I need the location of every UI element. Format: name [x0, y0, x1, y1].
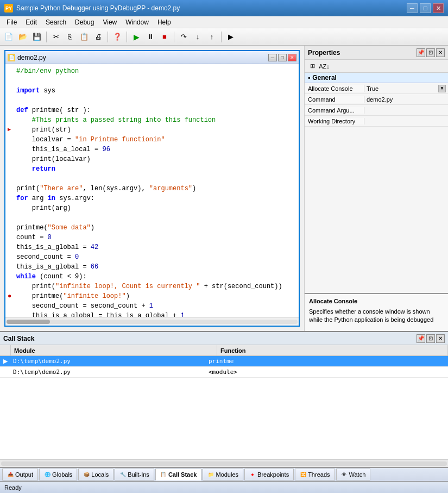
- close-button[interactable]: ✕: [433, 3, 444, 13]
- properties-float[interactable]: ⊡: [426, 48, 435, 57]
- toolbar-sep2: [108, 32, 108, 42]
- callstack-row2-module: D:\temp\demo2.py: [11, 369, 206, 376]
- callstack-scroll-track: [1, 461, 447, 466]
- toolbar-save[interactable]: 💾: [30, 30, 43, 43]
- tab-builtins[interactable]: 🔧 Built-Ins: [115, 469, 154, 480]
- props-dropdown-allocate-console[interactable]: ▼: [438, 85, 446, 92]
- tab-callstack[interactable]: 📋 Call Stack: [155, 469, 202, 480]
- code-window-controls: ─ □ ✕: [268, 54, 296, 61]
- menu-search[interactable]: Search: [41, 17, 71, 27]
- props-val-allocate-console[interactable]: True ▼: [364, 85, 448, 92]
- code-line-20: second_count = 0: [5, 252, 299, 262]
- code-window-titlebar: 📄 demo2.py ─ □ ✕: [5, 51, 299, 64]
- tab-watch[interactable]: 👁 Watch: [336, 469, 371, 480]
- props-sort-alpha[interactable]: AZ↓: [319, 61, 330, 71]
- properties-panel: Properties 📌 ⊡ ✕ ⊞ AZ↓ ▪ General Allocat…: [304, 46, 448, 331]
- code-line-3: import sys: [5, 86, 299, 96]
- code-window-title-area: 📄 demo2.py: [8, 54, 268, 61]
- code-line-10: print(localvar): [5, 154, 299, 164]
- code-line-7: print(str): [5, 125, 299, 135]
- toolbar-sep1: [46, 32, 47, 42]
- callstack-indicator-header: [0, 345, 11, 355]
- code-line-25: second_count = second_count + 1: [5, 301, 299, 311]
- tab-locals-icon: 📦: [83, 471, 90, 478]
- code-line-13: print("There are", len(sys.argv), "argum…: [5, 184, 299, 194]
- props-sort-category[interactable]: ⊞: [307, 61, 318, 71]
- maximize-button[interactable]: □: [420, 3, 431, 13]
- code-line-15: print(arg): [5, 203, 299, 213]
- tab-output[interactable]: 📤 Output: [2, 469, 38, 480]
- toolbar-sep5: [221, 32, 222, 42]
- callstack-row-2[interactable]: D:\temp\demo2.py <module>: [0, 367, 448, 378]
- toolbar-stop[interactable]: ■: [158, 30, 171, 43]
- scroll-thumb[interactable]: [7, 320, 50, 324]
- code-line-16: [5, 213, 299, 223]
- window-controls: ─ □ ✕: [407, 3, 444, 13]
- menu-debug[interactable]: Debug: [71, 17, 98, 27]
- toolbar-cut[interactable]: ✂: [49, 30, 62, 43]
- code-line-4: [5, 96, 299, 105]
- props-row-working-dir: Working Directory: [305, 116, 448, 127]
- callstack-close[interactable]: ✕: [436, 334, 445, 343]
- code-window-minimize[interactable]: ─: [268, 54, 277, 61]
- toolbar-pause[interactable]: ⏸: [144, 30, 157, 43]
- code-line-23: print("infinite loop!, Count is currentl…: [5, 282, 299, 291]
- code-window-close[interactable]: ✕: [288, 54, 296, 61]
- callstack-float[interactable]: ⊡: [426, 334, 435, 343]
- toolbar-stepin[interactable]: ↓: [191, 30, 204, 43]
- horizontal-scrollbar[interactable]: [5, 317, 299, 326]
- properties-pin[interactable]: 📌: [417, 48, 425, 57]
- toolbar-run[interactable]: ▶: [130, 30, 143, 43]
- props-row-command: Command demo2.py: [305, 94, 448, 105]
- toolbar: 📄 📂 💾 ✂ ⎘ 📋 🖨 ❓ ▶ ⏸ ■ ↷ ↓ ↑ ▶: [0, 28, 448, 46]
- toolbar-new[interactable]: 📄: [2, 30, 15, 43]
- toolbar-stepout[interactable]: ↑: [205, 30, 218, 43]
- callstack-table: Module Function ▶ D:\temp\demo2.py print…: [0, 345, 448, 402]
- toolbar-open[interactable]: 📂: [16, 30, 29, 43]
- props-key-command-args: Command Argu...: [305, 107, 364, 114]
- menu-help[interactable]: Help: [153, 17, 175, 27]
- tab-threads[interactable]: 🔀 Threads: [295, 469, 335, 480]
- props-val-command[interactable]: demo2.py: [364, 96, 448, 103]
- code-window: 📄 demo2.py ─ □ ✕ #/bin/env python import…: [4, 50, 300, 327]
- tab-threads-label: Threads: [308, 471, 330, 478]
- code-line-17: printme("Some data"): [5, 223, 299, 233]
- callstack-row-1[interactable]: ▶ D:\temp\demo2.py printme: [0, 356, 448, 367]
- status-text: Ready: [4, 484, 22, 491]
- tab-breakpoints[interactable]: ● Breakpoints: [244, 469, 294, 480]
- menu-edit[interactable]: Edit: [21, 17, 41, 27]
- tab-builtins-icon: 🔧: [119, 471, 126, 478]
- toolbar-print[interactable]: 🖨: [92, 30, 105, 43]
- code-editor[interactable]: #/bin/env python import sys def printme(…: [5, 64, 299, 317]
- toolbar-help[interactable]: ❓: [111, 30, 124, 43]
- callstack-scrollbar[interactable]: [0, 459, 448, 467]
- toolbar-copy[interactable]: ⎘: [64, 30, 77, 43]
- callstack-row1-indicator: ▶: [0, 358, 11, 365]
- callstack-pin[interactable]: 📌: [417, 334, 425, 343]
- toolbar-run2[interactable]: ▶: [224, 30, 237, 43]
- file-icon: 📄: [8, 54, 15, 61]
- props-section-general: ▪ General: [305, 73, 448, 83]
- tab-breakpoints-label: Breakpoints: [257, 471, 289, 478]
- props-section-collapse[interactable]: ▪: [308, 74, 310, 82]
- tab-modules[interactable]: 📁 Modules: [203, 469, 243, 480]
- scroll-track: [7, 320, 298, 324]
- toolbar-paste[interactable]: 📋: [78, 30, 91, 43]
- code-line-8: localvar = "in Printme functionin": [5, 135, 299, 145]
- tab-globals-label: Globals: [52, 471, 72, 478]
- tab-globals[interactable]: 🌐 Globals: [39, 469, 77, 480]
- properties-close-btn[interactable]: ✕: [436, 48, 445, 57]
- menu-window[interactable]: Window: [121, 17, 153, 27]
- menu-file[interactable]: File: [2, 17, 21, 27]
- code-window-maximize[interactable]: □: [278, 54, 287, 61]
- callstack-col-module: Module: [11, 345, 217, 355]
- minimize-button[interactable]: ─: [407, 3, 418, 13]
- menu-view[interactable]: View: [98, 17, 121, 27]
- toolbar-stepover[interactable]: ↷: [177, 30, 190, 43]
- main-area: 📄 demo2.py ─ □ ✕ #/bin/env python import…: [0, 46, 448, 331]
- callstack-row1-module: D:\temp\demo2.py: [11, 358, 206, 365]
- props-row-allocate-console: Allocate Console True ▼: [305, 83, 448, 94]
- tab-locals[interactable]: 📦 Locals: [78, 469, 113, 480]
- tab-builtins-label: Built-Ins: [128, 471, 149, 478]
- properties-toolbar: ⊞ AZ↓: [305, 60, 448, 73]
